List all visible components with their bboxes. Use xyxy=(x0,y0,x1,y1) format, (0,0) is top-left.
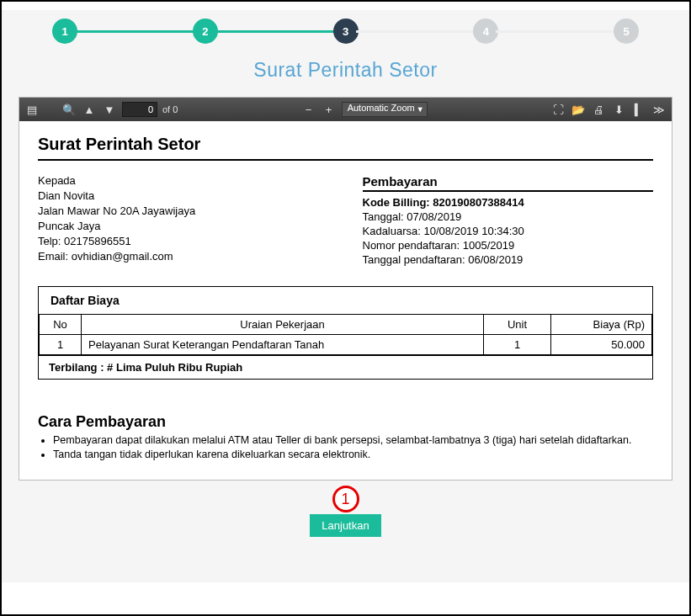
connector-4-5 xyxy=(496,30,616,33)
daftar-biaya-title: Daftar Biaya xyxy=(39,287,652,314)
more-tools-icon[interactable]: ≫ xyxy=(651,102,667,117)
connector-1-2 xyxy=(75,30,195,33)
continue-button[interactable]: Lanjutkan xyxy=(310,514,380,537)
kepada-address2: Puncak Jaya xyxy=(38,220,329,232)
presentation-icon[interactable]: ⛶ xyxy=(550,102,566,117)
connector-2-3 xyxy=(215,30,336,33)
list-item: Tanda tangan tidak diperlukan karena dik… xyxy=(53,449,653,460)
page-total-label: of 0 xyxy=(162,104,178,114)
step-1[interactable]: 1 xyxy=(52,19,77,44)
print-icon[interactable]: 🖨 xyxy=(591,102,606,117)
cara-list: Pembayaran dapat dilakukan melalui ATM a… xyxy=(53,434,653,460)
table-row: 1 Pelayanan Surat Keterangan Pendaftaran… xyxy=(40,335,652,355)
open-file-icon[interactable]: 📂 xyxy=(571,102,586,117)
zoom-select[interactable]: Automatic Zoom▼ xyxy=(342,102,428,117)
divider xyxy=(38,159,653,161)
search-icon[interactable]: 🔍 xyxy=(61,102,77,117)
annotation-1: 1 xyxy=(332,486,359,512)
pembayaran-title: Pembayaran xyxy=(363,174,654,189)
terbilang: Terbilang : # Lima Puluh Ribu Rupiah xyxy=(39,355,652,379)
td-biaya: 50.000 xyxy=(551,335,652,355)
step-2[interactable]: 2 xyxy=(193,19,218,44)
cara-title: Cara Pembayaran xyxy=(38,413,653,431)
table-header-row: No Uraian Pekerjaan Unit Biaya (Rp) xyxy=(40,315,652,335)
kepada-email: Email: ovhidian@gmail.com xyxy=(38,250,329,263)
download-icon[interactable]: ⬇ xyxy=(611,102,626,117)
kepada-telp: Telp: 02175896551 xyxy=(38,235,329,247)
th-uraian: Uraian Pekerjaan xyxy=(82,315,484,335)
td-unit: 1 xyxy=(484,335,551,355)
kepada-name: Dian Novita xyxy=(38,189,329,202)
sidebar-toggle-icon[interactable]: ▤ xyxy=(24,102,40,117)
kode-billing: Kode Billing: 820190807388414 xyxy=(363,196,654,209)
daftar-biaya: Daftar Biaya No Uraian Pekerjaan Unit Bi… xyxy=(38,286,653,380)
pdf-toolbar: ▤ 🔍 ▲ ▼ of 0 − + Automatic Zoom▼ ⛶ 📂 🖨 ⬇… xyxy=(19,98,672,121)
nomor-pendaftaran: Nomor pendaftaran: 1005/2019 xyxy=(363,239,654,252)
page-title: Surat Perintah Setor xyxy=(19,59,672,82)
step-3[interactable]: 3 xyxy=(333,19,359,44)
step-4[interactable]: 4 xyxy=(473,19,498,44)
td-uraian: Pelayanan Surat Keterangan Pendaftaran T… xyxy=(82,335,484,355)
zoom-out-icon[interactable]: − xyxy=(301,102,316,117)
page-down-icon[interactable]: ▼ xyxy=(102,102,117,117)
pdf-viewer: ▤ 🔍 ▲ ▼ of 0 − + Automatic Zoom▼ ⛶ 📂 🖨 ⬇… xyxy=(19,97,672,481)
pembayaran-section: Pembayaran Kode Billing: 820190807388414… xyxy=(363,174,654,268)
zoom-in-icon[interactable]: + xyxy=(322,102,337,117)
kepada-section: Kepada Dian Novita Jalan Mawar No 20A Ja… xyxy=(38,174,329,268)
document-title: Surat Perintah Setor xyxy=(38,135,653,154)
page-up-icon[interactable]: ▲ xyxy=(82,102,97,117)
page-number-input[interactable] xyxy=(122,102,157,117)
stepper: 1 2 3 4 5 xyxy=(19,19,672,44)
th-no: No xyxy=(40,315,82,335)
tanggal: Tanggal: 07/08/2019 xyxy=(363,210,654,223)
connector-3-4 xyxy=(356,30,476,33)
tgl-pendaftaran: Tanggal pendaftaran: 06/08/2019 xyxy=(363,253,654,266)
pdf-document: Surat Perintah Setor Kepada Dian Novita … xyxy=(19,121,672,480)
list-item: Pembayaran dapat dilakukan melalui ATM a… xyxy=(53,434,653,446)
th-biaya: Biaya (Rp) xyxy=(551,315,652,335)
td-no: 1 xyxy=(40,335,82,355)
kepada-label: Kepada xyxy=(38,174,329,187)
step-5[interactable]: 5 xyxy=(614,19,639,44)
kepada-address1: Jalan Mawar No 20A Jayawijaya xyxy=(38,204,329,217)
th-unit: Unit xyxy=(484,315,551,335)
bookmark-icon[interactable]: ▍ xyxy=(631,102,646,117)
kadaluarsa: Kadaluarsa: 10/08/2019 10:34:30 xyxy=(363,225,654,237)
